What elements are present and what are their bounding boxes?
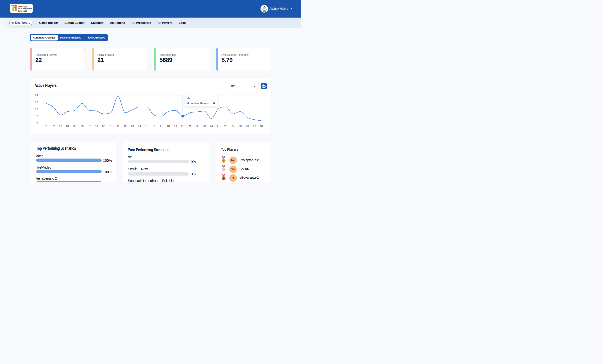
svg-text:General Hospital: General Hospital [18,7,32,9]
svg-text:24: 24 [210,125,213,128]
svg-text:08: 08 [95,125,98,128]
svg-text:26: 26 [224,125,227,128]
svg-text:18: 18 [35,100,38,104]
svg-text:28: 28 [238,125,242,128]
svg-text:SingHealth: SingHealth [18,10,27,12]
svg-text:21: 21 [188,125,191,128]
svg-text:27: 27 [231,125,234,128]
svg-text:14: 14 [138,125,141,128]
svg-text:22: 22 [195,125,199,128]
svg-text:3: 3 [223,177,224,180]
svg-text:12: 12 [124,125,127,128]
svg-text:19: 19 [174,125,177,128]
svg-text:24: 24 [35,94,38,97]
svg-text:23: 23 [203,125,206,128]
svg-text:18: 18 [167,125,170,128]
svg-text:1: 1 [223,160,224,162]
svg-text:25: 25 [217,125,220,128]
svg-text:01: 01 [45,125,48,128]
svg-text:09: 09 [102,125,105,128]
svg-text:Sengkang: Sengkang [18,5,27,7]
svg-text:02: 02 [52,125,55,128]
svg-text:13: 13 [131,125,134,128]
svg-text:12: 12 [35,107,38,110]
svg-text:15: 15 [145,125,148,128]
svg-text:07: 07 [88,125,91,128]
svg-text:0: 0 [36,121,38,125]
svg-text:2: 2 [223,168,224,171]
svg-text:29: 29 [246,125,249,128]
svg-text:05: 05 [73,125,76,128]
svg-text:17: 17 [160,125,162,128]
svg-text:6: 6 [36,115,38,118]
svg-text:03: 03 [59,125,62,128]
svg-text:16: 16 [152,125,155,128]
svg-text:30: 30 [253,125,256,128]
svg-text:20: 20 [181,125,184,128]
svg-text:06: 06 [80,125,84,128]
svg-text:31: 31 [260,125,263,128]
svg-text:11: 11 [117,125,119,128]
svg-text:10: 10 [109,125,112,128]
svg-text:04: 04 [66,125,69,128]
